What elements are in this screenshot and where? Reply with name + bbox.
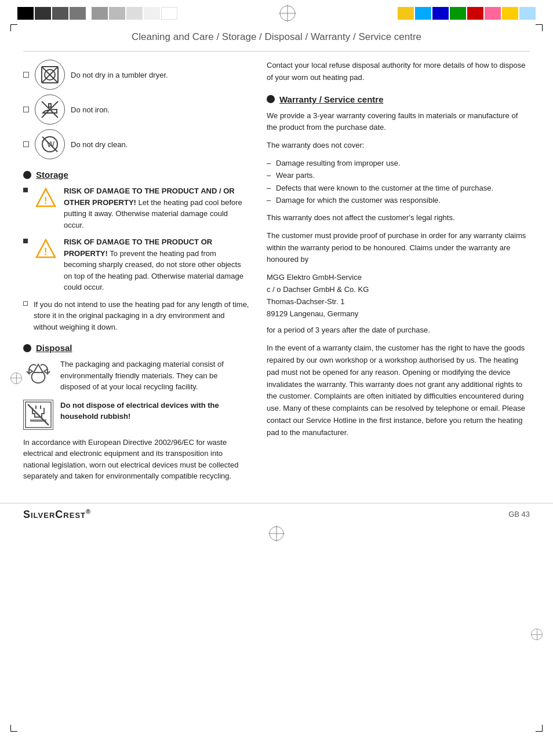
- recycling-text: The packaging and packaging material con…: [60, 359, 249, 393]
- no-iron-icon: [35, 94, 65, 125]
- storage-note: If you do not intend to use the heating …: [23, 299, 249, 333]
- svg-text:!: !: [44, 196, 47, 206]
- storage-title: Storage: [36, 170, 68, 180]
- warranty-proof: The customer must provide proof of purch…: [267, 230, 530, 266]
- warranty-section-header: Warranty / Service centre: [267, 94, 530, 104]
- page-title: Cleaning and Care / Storage / Disposal /…: [23, 27, 530, 52]
- warranty-bullet: [267, 95, 275, 103]
- brand-text: SilverCrest: [23, 509, 86, 520]
- square-bullet: [23, 301, 28, 306]
- warning-icon-2: !: [34, 236, 58, 261]
- recycling-icon: [23, 359, 53, 389]
- brand-logo: SilverCrest®: [23, 508, 91, 521]
- care-label-dryclean: Do not dry clean.: [71, 140, 128, 149]
- address-line-1: MGG Elektro GmbH-Service: [267, 272, 530, 284]
- warranty-intro: We provide a 3-year warranty covering fa…: [267, 110, 530, 134]
- storage-warning-2: ! RISK OF DAMAGE TO THE PRODUCT OR PROPE…: [23, 236, 249, 293]
- care-label-iron: Do not iron.: [71, 105, 110, 114]
- right-column: Contact your local refuse disposal autho…: [267, 60, 530, 485]
- warning-text-2: RISK OF DAMAGE TO THE PRODUCT OR PROPERT…: [64, 236, 249, 293]
- warranty-list: Damage resulting from improper use. Wear…: [267, 158, 530, 206]
- no-dispose-block: Do not dispose of electrical devices wit…: [23, 400, 249, 430]
- gray-squares: [92, 7, 177, 20]
- warning-bullet-2: [23, 239, 28, 243]
- care-item-dryer: Do not dry in a tumbler dryer.: [23, 60, 249, 90]
- no-dispose-icon: [23, 400, 53, 430]
- warranty-legal: This warranty does not affect the custom…: [267, 212, 530, 224]
- no-tumble-dry-icon: [35, 60, 65, 90]
- svg-line-21: [28, 404, 49, 425]
- care-item-iron: Do not iron.: [23, 94, 249, 125]
- address-line-2: c / o Dachser GmbH & Co. KG: [267, 284, 530, 296]
- warranty-title: Warranty / Service centre: [279, 94, 384, 104]
- storage-note-text: If you do not intend to use the heating …: [34, 299, 249, 333]
- two-column-layout: Do not dry in a tumbler dryer. Do not ir…: [23, 60, 530, 485]
- address-line-4: 89129 Langenau, Germany: [267, 308, 530, 320]
- warranty-list-item-2: Wear parts.: [267, 170, 530, 181]
- checkbox-iron: [23, 107, 29, 112]
- storage-bullet: [23, 171, 31, 179]
- warning-icon-1: !: [34, 185, 58, 210]
- warranty-event: In the event of a warranty claim, the cu…: [267, 342, 530, 439]
- main-content: Cleaning and Care / Storage / Disposal /…: [0, 27, 553, 497]
- top-crosshair: [177, 5, 398, 22]
- directive-text: In accordance with European Directive 20…: [23, 437, 249, 482]
- color-squares: [398, 7, 536, 20]
- left-column: Do not dry in a tumbler dryer. Do not ir…: [23, 60, 249, 485]
- disposal-title: Disposal: [36, 343, 72, 353]
- bottom-crosshair: [0, 523, 553, 545]
- address-line-3: Thomas-Dachser-Str. 1: [267, 296, 530, 308]
- svg-text:!: !: [44, 247, 47, 257]
- warning-bullet-1: [23, 188, 28, 192]
- disposal-bullet: [23, 344, 31, 352]
- color-bar: [0, 0, 553, 27]
- warning-text-1: RISK OF DAMAGE TO THE PRODUCT AND / OR O…: [64, 185, 249, 231]
- contact-text: Contact your local refuse disposal autho…: [267, 60, 530, 84]
- care-label-dryer: Do not dry in a tumbler dryer.: [71, 71, 168, 79]
- warranty-not-cover-label: The warranty does not cover:: [267, 140, 530, 152]
- page-footer: SilverCrest® GB 43: [0, 503, 553, 523]
- black-squares: [17, 7, 86, 20]
- page-number: GB 43: [508, 510, 530, 518]
- trademark-symbol: ®: [86, 508, 91, 515]
- warranty-list-item-4: Damage for which the customer was respon…: [267, 195, 530, 206]
- care-item-dryclean: W Do not dry clean.: [23, 129, 249, 159]
- no-dispose-bold: Do not dispose of electrical devices wit…: [60, 401, 219, 421]
- warranty-list-item-3: Defects that were known to the customer …: [267, 182, 530, 194]
- warranty-list-item-1: Damage resulting from improper use.: [267, 158, 530, 169]
- recycling-block: The packaging and packaging material con…: [23, 359, 249, 393]
- storage-section-header: Storage: [23, 170, 249, 180]
- no-dry-clean-icon: W: [35, 129, 65, 159]
- checkbox-dryclean: [23, 141, 29, 147]
- warranty-period: for a period of 3 years after the date o…: [267, 324, 530, 337]
- disposal-section-header: Disposal: [23, 343, 249, 353]
- no-dispose-text: Do not dispose of electrical devices wit…: [60, 400, 249, 422]
- checkbox-dryer: [23, 72, 29, 78]
- storage-warning-1: ! RISK OF DAMAGE TO THE PRODUCT AND / OR…: [23, 185, 249, 231]
- svg-rect-7: [49, 104, 51, 107]
- warranty-address: MGG Elektro GmbH-Service c / o Dachser G…: [267, 272, 530, 320]
